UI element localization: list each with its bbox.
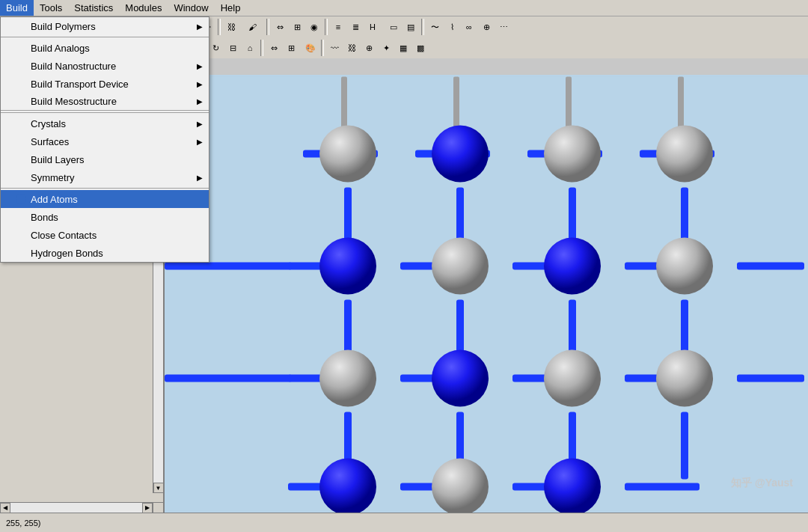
submenu-arrow: ▶ bbox=[197, 62, 203, 70]
tb-arrows[interactable]: ⇔ bbox=[272, 19, 288, 35]
scroll-track-h bbox=[10, 503, 142, 513]
menu-item-surfaces[interactable]: Surfaces ▶ bbox=[1, 132, 209, 150]
menu-item-hydrogen-bonds[interactable]: Hydrogen Bonds bbox=[1, 244, 209, 262]
tb2-home2[interactable]: ⌂ bbox=[242, 40, 258, 56]
tb2-rotate3d[interactable]: ↻ bbox=[207, 40, 224, 56]
status-coords: 255, 255) bbox=[6, 519, 40, 528]
svg-point-38 bbox=[432, 126, 489, 183]
tb-rect2[interactable]: ▤ bbox=[403, 19, 419, 35]
tb-chain[interactable]: ⛓ bbox=[223, 19, 239, 35]
tb-link[interactable]: ⊕ bbox=[478, 19, 495, 35]
scroll-left-arrow[interactable]: ◀ bbox=[0, 503, 10, 513]
tb2-sep-4 bbox=[260, 40, 263, 56]
build-dropdown-menu: Build Polymers ▶ Build Analogs Build Nan… bbox=[0, 16, 209, 263]
svg-point-44 bbox=[656, 238, 713, 295]
svg-point-48 bbox=[656, 350, 713, 407]
canvas-area[interactable]: 知乎 @Yaust bbox=[165, 75, 808, 513]
submenu-arrow: ▶ bbox=[197, 22, 203, 31]
tb2-star[interactable]: ✦ bbox=[378, 40, 394, 56]
tb2-grid2[interactable]: ⊞ bbox=[283, 40, 299, 56]
tb-sep-7 bbox=[421, 19, 424, 35]
menu-item-bonds[interactable]: Bonds bbox=[1, 208, 209, 226]
tb-knot[interactable]: ∞ bbox=[461, 19, 477, 35]
svg-point-43 bbox=[544, 238, 601, 295]
menu-separator-1 bbox=[1, 37, 209, 37]
menu-window[interactable]: Window bbox=[168, 0, 214, 16]
svg-rect-23 bbox=[737, 375, 804, 382]
menu-item-build-analogs[interactable]: Build Analogs bbox=[1, 39, 209, 57]
tb2-chain2[interactable]: ⛓ bbox=[343, 40, 360, 56]
svg-rect-13 bbox=[737, 263, 804, 270]
menu-build[interactable]: Build bbox=[0, 0, 34, 16]
svg-point-39 bbox=[544, 126, 601, 183]
tb-wave2[interactable]: ⌇ bbox=[444, 19, 460, 35]
scrollbar-horizontal[interactable]: ◀ ▶ bbox=[0, 502, 153, 513]
svg-rect-24 bbox=[165, 375, 292, 382]
svg-rect-14 bbox=[165, 263, 292, 270]
tb-h[interactable]: H bbox=[364, 19, 381, 35]
tb2-texture[interactable]: ▦ bbox=[395, 40, 411, 56]
tb-rect[interactable]: ▭ bbox=[385, 19, 402, 35]
tb-align[interactable]: ≡ bbox=[330, 19, 346, 35]
menu-item-close-contacts[interactable]: Close Contacts bbox=[1, 226, 209, 244]
tb2-link2[interactable]: ⊕ bbox=[361, 40, 377, 56]
svg-rect-28 bbox=[681, 412, 688, 480]
submenu-arrow: ▶ bbox=[197, 138, 203, 146]
menu-item-build-nanostructure[interactable]: Build Nanostructure ▶ bbox=[1, 57, 209, 75]
menu-item-add-atoms[interactable]: Add Atoms bbox=[1, 190, 209, 208]
menu-item-build-layers[interactable]: Build Layers bbox=[1, 150, 209, 168]
menu-modules[interactable]: Modules bbox=[119, 0, 168, 16]
tb-dots[interactable]: ⋯ bbox=[495, 19, 512, 35]
submenu-arrow: ▶ bbox=[197, 174, 203, 182]
scroll-right-arrow[interactable]: ▶ bbox=[142, 503, 153, 513]
scroll-corner bbox=[153, 502, 163, 513]
tb-sep-4 bbox=[218, 19, 221, 35]
tb-wave[interactable]: 〜 bbox=[426, 19, 443, 35]
menu-statistics[interactable]: Statistics bbox=[68, 0, 119, 16]
menu-item-crystals[interactable]: Crystals ▶ bbox=[1, 114, 209, 132]
submenu-arrow: ▶ bbox=[197, 97, 203, 106]
svg-point-46 bbox=[432, 350, 489, 407]
svg-point-42 bbox=[432, 238, 489, 295]
status-bar: 255, 255) bbox=[0, 513, 808, 532]
tb-brush[interactable]: 🖌 bbox=[244, 19, 260, 35]
tb-sep-6 bbox=[325, 19, 328, 35]
menu-tools[interactable]: Tools bbox=[34, 0, 68, 16]
svg-point-45 bbox=[319, 350, 376, 407]
svg-point-37 bbox=[319, 126, 376, 183]
menu-help[interactable]: Help bbox=[215, 0, 247, 16]
svg-point-40 bbox=[656, 126, 713, 183]
menu-separator-2 bbox=[1, 112, 209, 113]
submenu-arrow: ▶ bbox=[197, 80, 203, 88]
svg-point-47 bbox=[544, 350, 601, 407]
tb2-align3[interactable]: ⊟ bbox=[224, 40, 241, 56]
add-atoms-icon bbox=[16, 194, 26, 204]
menu-item-build-transport-device[interactable]: Build Transport Device ▶ bbox=[1, 75, 209, 93]
menu-item-build-polymers[interactable]: Build Polymers ▶ bbox=[1, 17, 209, 35]
menu-item-build-mesostructure[interactable]: Build Mesostructure ▶ bbox=[1, 93, 209, 111]
tb-grid[interactable]: ⊞ bbox=[289, 19, 305, 35]
tb2-texture2[interactable]: ▩ bbox=[412, 40, 429, 56]
watermark: 知乎 @Yaust bbox=[731, 477, 793, 490]
molecule-visualization bbox=[165, 75, 808, 513]
menu-item-symmetry[interactable]: Symmetry ▶ bbox=[1, 168, 209, 186]
scroll-down-arrow[interactable]: ▼ bbox=[153, 483, 164, 493]
tb2-arrows2[interactable]: ⇔ bbox=[266, 40, 282, 56]
tb-align2[interactable]: ≣ bbox=[347, 19, 364, 35]
tb-atom[interactable]: ◉ bbox=[306, 19, 322, 35]
tb-sep-5 bbox=[266, 19, 269, 35]
svg-rect-32 bbox=[625, 483, 700, 491]
tb2-sep-5 bbox=[321, 40, 324, 56]
menu-separator-3 bbox=[1, 188, 209, 189]
svg-point-50 bbox=[432, 459, 489, 513]
submenu-arrow: ▶ bbox=[197, 120, 203, 128]
svg-point-49 bbox=[319, 459, 376, 513]
tb2-color[interactable]: 🎨 bbox=[302, 40, 319, 56]
svg-point-51 bbox=[544, 459, 601, 513]
svg-rect-0 bbox=[165, 77, 808, 511]
menubar: Build Tools Statistics Modules Window He… bbox=[0, 0, 808, 16]
svg-point-41 bbox=[319, 238, 376, 295]
tb2-wavy[interactable]: 〰 bbox=[326, 40, 343, 56]
